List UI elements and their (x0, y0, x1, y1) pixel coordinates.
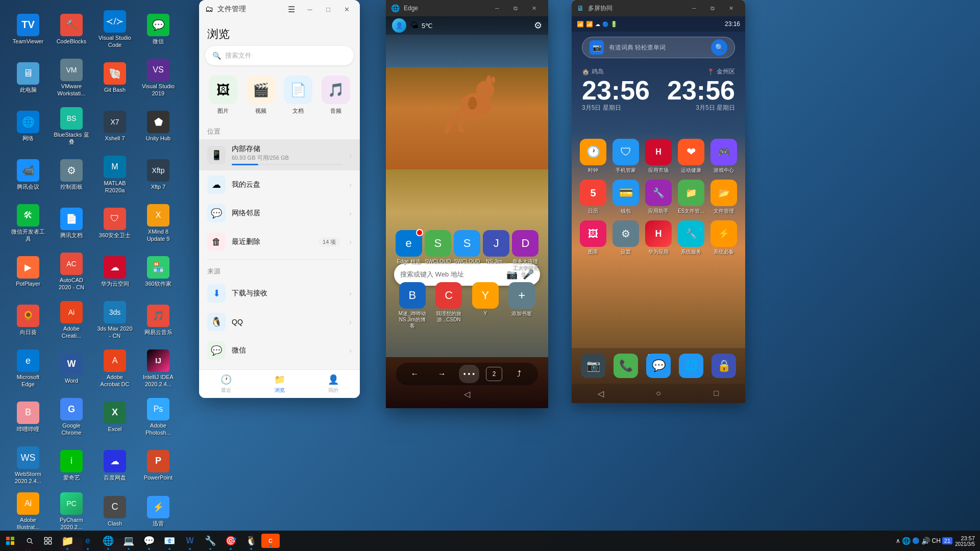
ms-bottom-camera[interactable]: 📷 (581, 354, 605, 378)
fm-qa-audio[interactable]: 🎵 音频 (320, 76, 352, 115)
desktop-icon-matlab[interactable]: M MATLAB R2020a (94, 153, 135, 196)
ms-search-btn[interactable]: 🔍 (711, 39, 727, 56)
desktop-icon-adobe-creat[interactable]: Ai Adobe Creati... (51, 298, 92, 342)
desktop-icon-google[interactable]: G Google Chrome (51, 395, 92, 439)
ms-app-wallet[interactable]: 💳 钱包 (609, 180, 642, 214)
fm-qa-videos[interactable]: 🎬 视频 (245, 76, 277, 115)
fm-nav-mine[interactable]: 👤 我的 (320, 372, 347, 396)
fm-location-recycle[interactable]: 🗑 最近删除 14 项 › (199, 228, 360, 256)
ms-app-sysessential[interactable]: ⚡ 系统必备 (707, 220, 740, 255)
fm-source-qq[interactable]: 🐧 QQ › (199, 308, 360, 336)
ms-bottom-phone[interactable]: 📞 (614, 354, 638, 378)
edge-app-add[interactable]: + 添加书签 (504, 282, 541, 329)
ms-app-health[interactable]: ❤ 运动健康 (675, 139, 707, 173)
taskbar-app-unknown[interactable]: 🔧 (200, 531, 220, 551)
edge-back-btn[interactable]: ← (405, 365, 425, 383)
edge-app-dwork[interactable]: D 商务大连理工大学研究生... (511, 230, 540, 277)
ms-app-assistant[interactable]: 🔧 应用助手 (642, 180, 675, 214)
desktop-icon-bluestacks[interactable]: BS BlueStacks 蓝叠 (51, 105, 92, 148)
edge-app-swcloud2[interactable]: S SWCLOUD (452, 230, 481, 277)
desktop-icon-excel[interactable]: X Excel (94, 395, 135, 439)
desktop-icon-adobedc[interactable]: A Adobe Acrobat DC (94, 347, 135, 390)
desktop-icon-autocad[interactable]: AC AutoCAD 2020 - CN (51, 250, 92, 293)
taskbar-task-view-button[interactable] (39, 531, 57, 551)
desktop-icon-network[interactable]: 🌐 网络 (8, 105, 48, 148)
phone-back-btn[interactable]: ◁ (454, 389, 480, 399)
desktop-icon-3dsmax[interactable]: 3ds 3ds Max 2020 - CN (94, 298, 135, 342)
desktop-icon-netease[interactable]: 🎵 网易云音乐 (138, 298, 179, 342)
desktop-icon-unity[interactable]: ⬟ Unity Hub (138, 105, 179, 148)
desktop-icon-potplayer[interactable]: ▶ PotPlayer (8, 250, 48, 293)
desktop-icon-webstorm[interactable]: WS WebStorm 2020.2.4... (8, 444, 48, 487)
tray-up-arrow[interactable]: ∧ (896, 537, 900, 544)
ms-app-game[interactable]: 🎮 游戏中心 (707, 139, 740, 173)
desktop-icon-vs2019[interactable]: VS Visual Studio 2019 (138, 56, 179, 99)
desktop-icon-360guard[interactable]: 🛡 360安全卫士 (94, 202, 135, 245)
ms-app-huawei-app[interactable]: H 华为应用 (642, 220, 675, 255)
taskbar-start-button[interactable] (0, 531, 20, 551)
ms-nav-recents[interactable]: □ (706, 384, 726, 403)
ms-nav-home[interactable]: ○ (648, 384, 669, 403)
desktop-icon-youdao[interactable]: 🌻 向日葵 (8, 298, 48, 342)
ms-app-guard[interactable]: 🛡 手机管家 (609, 139, 642, 173)
desktop-icon-wechatdev[interactable]: 🛠 微信开发者工具 (8, 202, 48, 245)
edge-more-btn[interactable]: • • • (459, 365, 479, 383)
desktop-icon-xunlei[interactable]: ⚡ 迅雷 (138, 490, 179, 533)
desktop-icon-bilibili[interactable]: B 哔哩哔哩 (8, 395, 48, 439)
taskbar-app-word2[interactable]: W (180, 531, 200, 551)
taskbar-search-button[interactable] (20, 531, 39, 551)
ms-app-clock[interactable]: 🕐 时钟 (577, 139, 609, 173)
desktop-icon-xmind[interactable]: X XMind 8 Update 9 (138, 202, 179, 245)
fm-qa-pictures[interactable]: 🖼 图片 (207, 76, 239, 115)
desktop-icon-vscode[interactable]: ≺/≻ Visual Studio Code (94, 8, 135, 51)
file-manager-close-button[interactable]: ✕ (339, 2, 354, 16)
desktop-icon-360soft[interactable]: 🏪 360软件家 (138, 250, 179, 293)
ms-search-camera[interactable]: 📷 (590, 40, 604, 55)
fm-location-cloud[interactable]: ☁ 我的云盘 › (199, 170, 360, 199)
taskbar-app-vscode2[interactable]: 💻 (118, 531, 139, 551)
ms-close-btn[interactable]: ✕ (722, 1, 740, 15)
edge-restore-btn[interactable]: ⧉ (506, 1, 525, 15)
desktop-icon-tencentdoc[interactable]: 📄 腾讯文档 (51, 202, 92, 245)
edge-app-swcloud1[interactable]: S SWCLOUD (423, 230, 452, 277)
ms-app-calendar[interactable]: 5 日历 (577, 180, 609, 214)
desktop-icon-teamviewer[interactable]: TV TeamViewer (8, 8, 48, 51)
ms-app-gallery[interactable]: 🖼 图库 (577, 220, 609, 255)
desktop-icon-illustrator[interactable]: Ai Adobe Illustrat... (8, 490, 48, 533)
desktop-icon-codeblocks[interactable]: 🔨 CodeBlocks (51, 8, 92, 51)
taskbar-app-explorer[interactable]: 📁 (57, 531, 78, 551)
file-manager-maximize-button[interactable]: □ (321, 2, 335, 16)
taskbar-app-edge[interactable]: e (78, 531, 98, 551)
desktop-icon-aiqiyi[interactable]: i 爱奇艺 (51, 444, 92, 487)
desktop-icon-baidu[interactable]: ☁ 百度网盘 (94, 444, 135, 487)
ms-bottom-message[interactable]: 💬 (646, 354, 671, 378)
desktop-icon-word[interactable]: W Word (51, 347, 92, 390)
ms-nav-back[interactable]: ◁ (591, 384, 611, 403)
edge-app-c1[interactable]: C 我理想的旅游...CSDN (431, 282, 468, 329)
ms-bottom-lock[interactable]: 🔒 (712, 354, 736, 378)
ms-app-sysservice[interactable]: 🔧 系统服务 (675, 220, 707, 255)
desktop-icon-xshell[interactable]: X7 Xshell 7 (94, 105, 135, 148)
desktop-icon-intellij[interactable]: IJ IntelliJ IDEA 2020.2.4... (138, 347, 179, 390)
file-manager-menu-button[interactable]: ☰ (284, 2, 299, 16)
file-manager-minimize-button[interactable]: ─ (303, 2, 317, 16)
taskbar-app-unknown2[interactable]: 🎯 (220, 531, 241, 551)
desktop-icon-controlpanel[interactable]: ⚙ 控制面板 (51, 153, 92, 196)
ms-restore-btn[interactable]: ⧉ (703, 1, 722, 15)
ms-app-market[interactable]: H 应用市场 (642, 139, 675, 173)
desktop-icon-xftp[interactable]: Xftp Xftp 7 (138, 153, 179, 196)
edge-share-btn[interactable]: ⤴ (509, 365, 529, 383)
desktop-icon-pycharm[interactable]: PC PyCharm 2020.2... (51, 490, 92, 533)
edge-app-nsjim[interactable]: J NS.Jim... (482, 230, 511, 277)
tray-volume-icon[interactable]: 🔊 (921, 537, 930, 545)
edge-tabs-btn[interactable]: 2 (486, 367, 502, 381)
ms-app-esfile[interactable]: 📁 ES文件管... (675, 180, 707, 214)
edge-minimize-btn[interactable]: ─ (488, 1, 506, 15)
ms-bottom-browser[interactable]: 🌐 (679, 354, 703, 378)
taskbar-app-csdn[interactable]: C (261, 534, 280, 548)
desktop-icon-clash[interactable]: C Clash (94, 490, 135, 533)
taskbar-app-mail[interactable]: 📧 (159, 531, 180, 551)
fm-nav-recent[interactable]: 🕐 最近 (212, 372, 240, 396)
desktop-icon-mypc[interactable]: 🖥 此电脑 (8, 56, 48, 99)
edge-filter-btn[interactable]: ⚙ (534, 20, 542, 31)
